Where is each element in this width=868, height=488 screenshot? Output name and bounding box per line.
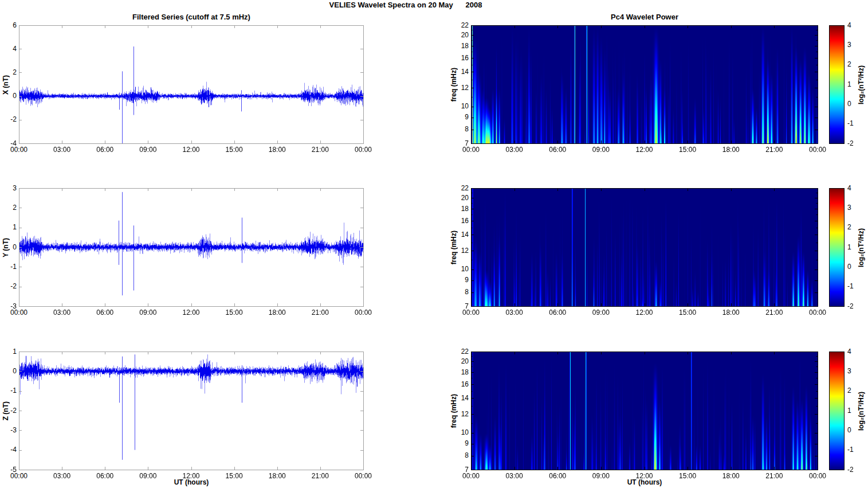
x-tick-label: 21:00 [306, 473, 335, 480]
x-tick-label: 21:00 [306, 146, 335, 154]
freq-tick-label: 12 [452, 247, 469, 255]
x-tick-label: 18:00 [263, 146, 292, 154]
y-tick-label: -2 [0, 283, 17, 290]
freq-tick-label: 8 [452, 126, 469, 133]
x-tick-label: 03:00 [48, 146, 76, 154]
ylabel-x-nt: X (nT) [1, 25, 10, 144]
x-tick-label: 09:00 [587, 473, 615, 480]
freq-tick-label: 7 [452, 303, 469, 310]
spectrogram-z-plot [471, 352, 818, 470]
freq-tick-label: 9 [452, 114, 469, 121]
x-tick-label: 21:00 [760, 146, 788, 154]
y-tick-label: -1 [0, 387, 17, 395]
freq-tick-label: 9 [452, 440, 469, 447]
freq-tick-label: 18 [452, 369, 469, 376]
timeseries-x-plot [19, 25, 364, 144]
spectrogram-x-plot [471, 25, 818, 144]
x-tick-label: 00:00 [457, 473, 485, 480]
freq-tick-label: 14 [452, 68, 469, 76]
figure-title: VELIES Wavelet Spectra on 20 May 2008 [0, 1, 811, 9]
x-tick-label: 12:00 [630, 473, 659, 480]
colorbar-tick-label: -2 [847, 303, 861, 310]
x-tick-label: 18:00 [263, 473, 292, 480]
y-tick-label: -5 [0, 466, 17, 474]
freq-tick-label: 18 [452, 42, 469, 50]
y-tick-label: 1 [0, 348, 17, 356]
freq-tick-label: 7 [452, 140, 469, 147]
x-tick-label: 03:00 [500, 473, 529, 480]
x-tick-label: 15:00 [220, 473, 249, 480]
freq-tick-label: 10 [452, 266, 469, 273]
x-tick-label: 15:00 [673, 473, 702, 480]
x-tick-label: 18:00 [263, 309, 292, 317]
colorbar-tick-label: 2 [847, 224, 861, 231]
freq-tick-label: 22 [452, 185, 469, 192]
freq-tick-label: 20 [452, 194, 469, 202]
x-tick-label: 09:00 [133, 146, 162, 154]
x-tick-label: 15:00 [673, 309, 702, 317]
left-column-title: Filtered Series (cutoff at 7.5 mHz) [19, 13, 364, 21]
right-column-title: Pc4 Wavelet Power [471, 13, 818, 21]
x-tick-label: 09:00 [587, 309, 615, 317]
x-tick-label: 15:00 [220, 146, 249, 154]
x-tick-label: 15:00 [220, 309, 249, 317]
y-tick-label: 0 [0, 244, 17, 251]
freq-tick-label: 16 [452, 381, 469, 388]
freq-tick-label: 18 [452, 205, 469, 213]
x-tick-label: 21:00 [760, 309, 788, 317]
x-tick-label: 00:00 [457, 146, 485, 154]
colorbar-tick-label: 1 [847, 81, 861, 88]
x-tick-label: 00:00 [5, 473, 33, 480]
freq-tick-label: 9 [452, 276, 469, 284]
x-tick-label: 03:00 [48, 309, 76, 317]
wavelet-spectra-figure: VELIES Wavelet Spectra on 20 May 2008 Fi… [0, 0, 868, 488]
y-tick-label: 4 [0, 45, 17, 53]
y-tick-label: 3 [0, 185, 17, 192]
colorbar-1 [829, 25, 845, 144]
x-tick-label: 06:00 [543, 473, 572, 480]
x-tick-label: 00:00 [349, 309, 378, 317]
y-tick-label: -3 [0, 427, 17, 434]
colorbar-tick-label: -1 [847, 283, 861, 290]
freq-tick-label: 8 [452, 288, 469, 296]
x-tick-label: 00:00 [5, 146, 33, 154]
timeseries-y-plot [19, 188, 364, 307]
x-tick-label: 00:00 [803, 309, 832, 317]
x-tick-label: 12:00 [630, 146, 659, 154]
timeseries-z-plot [19, 352, 364, 470]
colorbar-tick-label: 2 [847, 61, 861, 68]
x-tick-label: 00:00 [457, 309, 485, 317]
y-tick-label: -2 [0, 116, 17, 123]
x-tick-label: 00:00 [803, 146, 832, 154]
freq-tick-label: 22 [452, 348, 469, 356]
x-tick-label: 15:00 [673, 146, 702, 154]
colorbar-tick-label: 2 [847, 387, 861, 395]
colorbar-tick-label: -2 [847, 466, 861, 474]
colorbar-tick-label: 1 [847, 244, 861, 251]
colorbar-tick-label: -1 [847, 446, 861, 454]
y-tick-label: 0 [0, 368, 17, 375]
x-tick-label: 03:00 [48, 473, 76, 480]
freq-tick-label: 10 [452, 103, 469, 110]
x-tick-label: 00:00 [349, 146, 378, 154]
colorbar-tick-label: 4 [847, 22, 861, 29]
colorbar-tick-label: 3 [847, 368, 861, 375]
colorbar-tick-label: 1 [847, 407, 861, 415]
freq-tick-label: 7 [452, 466, 469, 474]
colorbar-tick-label: 4 [847, 185, 861, 192]
x-tick-label: 21:00 [760, 473, 788, 480]
x-tick-label: 12:00 [630, 309, 659, 317]
y-tick-label: -4 [0, 446, 17, 454]
y-tick-label: 0 [0, 92, 17, 100]
y-tick-label: -1 [0, 263, 17, 271]
x-tick-label: 18:00 [717, 146, 745, 154]
x-tick-label: 12:00 [177, 146, 206, 154]
colorbar-tick-label: 3 [847, 204, 861, 212]
freq-tick-label: 20 [452, 32, 469, 39]
x-tick-label: 00:00 [5, 309, 33, 317]
freq-tick-label: 12 [452, 411, 469, 418]
x-tick-label: 09:00 [133, 473, 162, 480]
colorbar-tick-label: -1 [847, 120, 861, 127]
y-tick-label: 1 [0, 224, 17, 231]
freq-tick-label: 14 [452, 231, 469, 239]
